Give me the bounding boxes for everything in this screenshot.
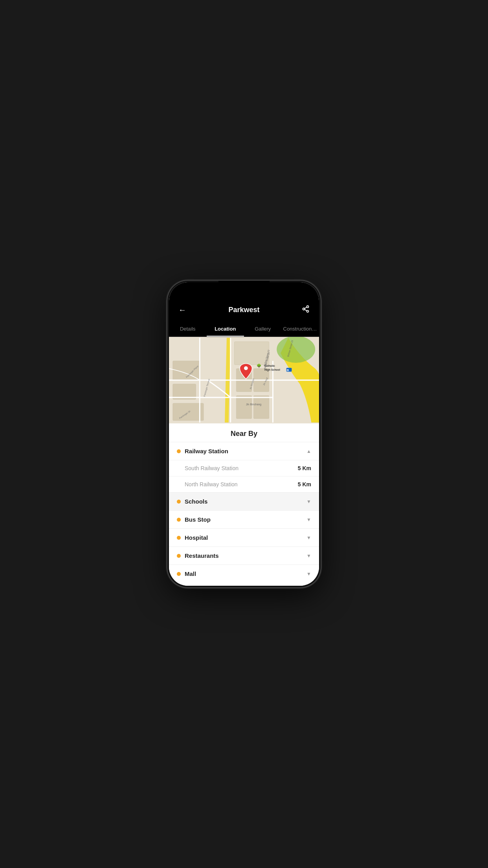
busstop-chevron: ▼ — [306, 517, 311, 522]
svg-text:Catholic: Catholic — [264, 364, 275, 367]
page-title: Parkwest — [228, 306, 259, 314]
category-busstop[interactable]: Bus Stop ▼ — [169, 510, 319, 528]
railway-dot — [177, 449, 181, 453]
restaurants-label: Restaurants — [185, 552, 219, 559]
svg-text:Jln Binchang: Jln Binchang — [246, 403, 261, 406]
nearby-title: Near By — [169, 423, 319, 442]
schools-chevron: ▼ — [306, 499, 311, 504]
svg-rect-13 — [253, 395, 269, 419]
category-mall[interactable]: Mall ▼ — [169, 565, 319, 583]
category-hospital[interactable]: Hospital ▼ — [169, 528, 319, 546]
category-schools[interactable]: Schools ▼ — [169, 492, 319, 510]
share-button[interactable] — [300, 303, 311, 316]
south-railway-name: South Railway Station — [185, 465, 238, 471]
svg-line-4 — [305, 307, 307, 308]
mall-label: Mall — [185, 570, 196, 577]
hospital-label: Hospital — [185, 534, 208, 541]
north-railway-distance: 5 Km — [298, 481, 311, 487]
schools-dot — [177, 500, 181, 504]
tab-bar: Details Location Gallery Construction Pr… — [169, 322, 319, 337]
phone-frame: ← Parkwest Details Location Gallery Cons… — [167, 281, 321, 587]
hospital-chevron: ▼ — [306, 535, 311, 541]
tab-construction[interactable]: Construction Pro… — [282, 322, 319, 337]
busstop-label: Bus Stop — [185, 516, 211, 523]
hospital-dot — [177, 536, 181, 540]
map-view[interactable]: Bishan Street 24 Bishan Street 23 Bishan… — [169, 337, 319, 423]
svg-text:High School: High School — [264, 368, 280, 371]
category-railway[interactable]: Railway Station ▲ — [169, 442, 319, 460]
railway-label: Railway Station — [185, 448, 228, 454]
restaurants-dot — [177, 554, 181, 558]
phone-screen: ← Parkwest Details Location Gallery Cons… — [169, 282, 319, 586]
category-restaurants[interactable]: Restaurants ▼ — [169, 546, 319, 565]
north-railway-name: North Railway Station — [185, 481, 238, 487]
mall-chevron: ▼ — [306, 571, 311, 577]
back-button[interactable]: ← — [177, 304, 188, 316]
schools-label: Schools — [185, 498, 207, 505]
svg-text:🌳: 🌳 — [257, 363, 262, 368]
south-railway-distance: 5 Km — [298, 465, 311, 471]
tab-location[interactable]: Location — [207, 322, 244, 337]
railway-sub-items: South Railway Station 5 Km North Railway… — [169, 460, 319, 492]
mall-dot — [177, 572, 181, 576]
railway-chevron: ▲ — [306, 449, 311, 454]
svg-text:B: B — [287, 368, 289, 372]
svg-rect-12 — [236, 395, 251, 419]
svg-line-3 — [305, 309, 307, 311]
svg-rect-9 — [235, 342, 269, 365]
notch — [218, 281, 270, 292]
busstop-dot — [177, 518, 181, 522]
app-header: ← Parkwest — [169, 300, 319, 322]
svg-point-27 — [244, 366, 248, 370]
north-railway-item: North Railway Station 5 Km — [169, 476, 319, 492]
main-content: Bishan Street 24 Bishan Street 23 Bishan… — [169, 337, 319, 586]
south-railway-item: South Railway Station 5 Km — [169, 460, 319, 476]
tab-gallery[interactable]: Gallery — [244, 322, 282, 337]
restaurants-chevron: ▼ — [306, 553, 311, 559]
svg-point-14 — [277, 337, 315, 363]
tab-details[interactable]: Details — [169, 322, 207, 337]
